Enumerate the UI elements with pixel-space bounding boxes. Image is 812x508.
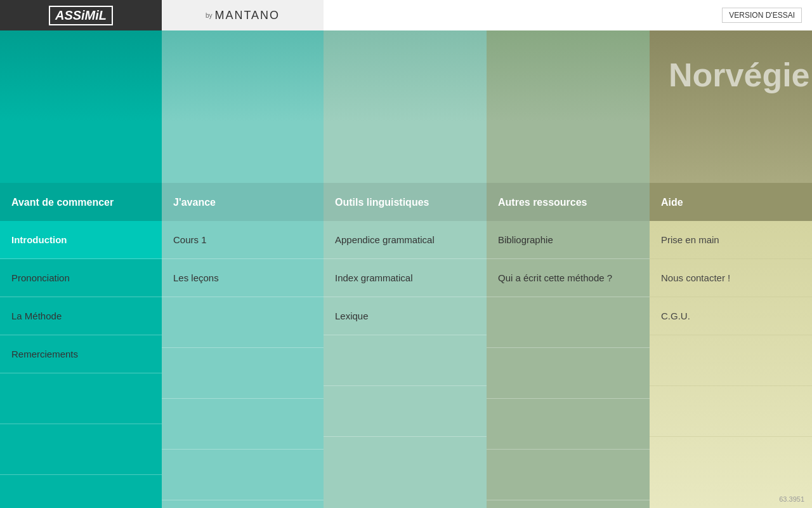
version-badge: VERSION D'ESSAI	[722, 8, 802, 23]
list-item-empty	[324, 386, 487, 437]
list-item-empty	[162, 297, 324, 348]
list-item-empty	[0, 424, 162, 475]
col2-items: Cours 1 Les leçons	[162, 221, 324, 508]
list-item-empty	[324, 335, 487, 386]
column-aide: Norvégien Aide Prise en main Nous contac…	[650, 30, 812, 508]
list-item[interactable]: Appendice grammatical	[324, 221, 487, 259]
version-area: VERSION D'ESSAI	[722, 0, 812, 30]
item-label: Appendice grammatical	[335, 234, 435, 245]
col1-category: Avant de commencer	[0, 183, 162, 221]
list-item[interactable]: Remerciements	[0, 335, 162, 373]
item-label: Prononciation	[11, 272, 70, 283]
item-label: Qui a écrit cette méthode ?	[498, 272, 612, 283]
col3-hero	[324, 30, 487, 183]
col1-hero	[0, 30, 162, 183]
list-item[interactable]: C.G.U.	[650, 297, 812, 335]
col1-items: Introduction Prononciation La Méthode Re…	[0, 221, 162, 508]
column-autres: Autres ressources Bibliographie Qui a éc…	[487, 30, 650, 508]
assimil-text: ASSiMiL	[55, 8, 107, 22]
column-outils: Outils linguistiques Appendice grammatic…	[324, 30, 487, 508]
list-item[interactable]: Les leçons	[162, 259, 324, 297]
item-label: Remerciements	[11, 349, 78, 359]
list-item-empty	[162, 399, 324, 450]
col1-category-label: Avant de commencer	[11, 197, 114, 208]
list-item-empty	[162, 450, 324, 500]
list-item[interactable]: Cours 1	[162, 221, 324, 259]
item-label: La Méthode	[11, 311, 62, 321]
list-item[interactable]: Prise en main	[650, 221, 812, 259]
list-item-empty	[650, 386, 812, 437]
col4-category: Autres ressources	[487, 183, 650, 221]
list-item[interactable]: Nous contacter !	[650, 259, 812, 297]
version-number: 63.3951	[779, 495, 804, 503]
col4-hero	[487, 30, 650, 183]
col2-hero	[162, 30, 324, 183]
main-content: Avant de commencer Introduction Prononci…	[0, 30, 812, 508]
item-label: Lexique	[335, 311, 369, 321]
item-label: Introduction	[11, 234, 67, 245]
list-item[interactable]: Bibliographie	[487, 221, 650, 259]
item-label: Prise en main	[661, 234, 719, 245]
col2-category: J'avance	[162, 183, 324, 221]
col5-hero: Norvégien	[650, 30, 812, 183]
item-label: Les leçons	[173, 272, 219, 283]
list-item-empty	[487, 450, 650, 500]
list-item-empty	[0, 373, 162, 424]
item-label: Cours 1	[173, 234, 207, 245]
col5-category-label: Aide	[661, 197, 683, 208]
col5-category: Aide	[650, 183, 812, 221]
item-label: C.G.U.	[661, 311, 690, 321]
mantano-logo-area: by MANTANO	[162, 0, 324, 30]
col5-items: Prise en main Nous contacter ! C.G.U.	[650, 221, 812, 508]
version-label: VERSION D'ESSAI	[729, 11, 795, 20]
list-item-empty	[650, 335, 812, 386]
column-javance: J'avance Cours 1 Les leçons	[162, 30, 324, 508]
list-item[interactable]: Prononciation	[0, 259, 162, 297]
col4-items: Bibliographie Qui a écrit cette méthode …	[487, 221, 650, 508]
assimil-logo: ASSiMiL	[49, 6, 113, 25]
mantano-text: MANTANO	[214, 9, 280, 22]
item-label: Nous contacter !	[661, 272, 730, 283]
list-item-empty	[487, 399, 650, 450]
col2-category-label: J'avance	[173, 197, 216, 208]
list-item-empty	[162, 348, 324, 399]
app-title: Norvégien	[656, 43, 812, 107]
column-avant-de-commencer: Avant de commencer Introduction Prononci…	[0, 30, 162, 508]
list-item[interactable]: Index grammatical	[324, 259, 487, 297]
list-item-empty	[487, 297, 650, 348]
mantano-by-text: by	[206, 12, 213, 19]
assimil-logo-area: ASSiMiL	[0, 0, 162, 30]
list-item[interactable]: Lexique	[324, 297, 487, 335]
list-item[interactable]: La Méthode	[0, 297, 162, 335]
list-item[interactable]: Qui a écrit cette méthode ?	[487, 259, 650, 297]
col3-category-label: Outils linguistiques	[335, 197, 429, 208]
list-item[interactable]: Introduction	[0, 221, 162, 259]
item-label: Bibliographie	[498, 234, 553, 245]
col3-items: Appendice grammatical Index grammatical …	[324, 221, 487, 508]
item-label: Index grammatical	[335, 272, 413, 283]
col4-category-label: Autres ressources	[498, 197, 587, 208]
list-item-empty	[487, 348, 650, 399]
header: ASSiMiL by MANTANO VERSION D'ESSAI	[0, 0, 812, 30]
col3-category: Outils linguistiques	[324, 183, 487, 221]
